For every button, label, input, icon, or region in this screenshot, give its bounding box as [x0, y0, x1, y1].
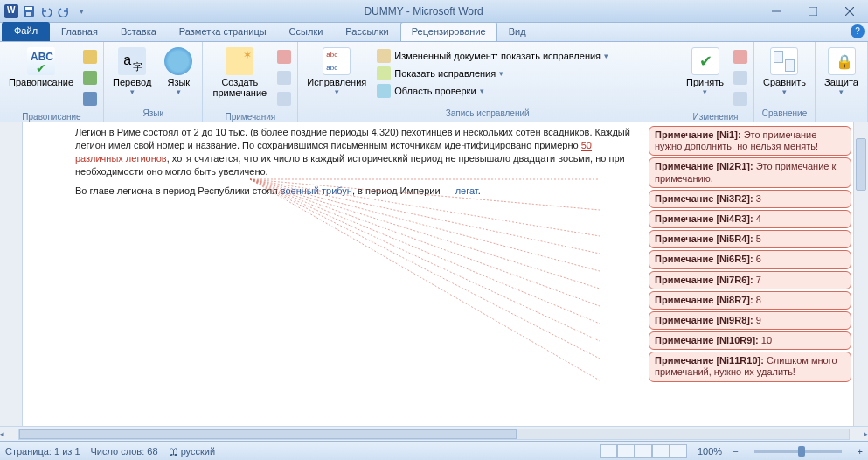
- comment-balloon[interactable]: Примечание [Ni8R7]: 8: [649, 291, 851, 310]
- redo-icon[interactable]: [56, 3, 72, 19]
- vertical-ruler: [0, 122, 23, 426]
- comment-balloon[interactable]: Примечание [Ni10R9]: 10: [649, 331, 851, 350]
- next-comment-icon[interactable]: [274, 89, 294, 108]
- comment-label: Примечание [Ni10R9]:: [655, 335, 761, 345]
- zoom-slider[interactable]: [754, 450, 842, 453]
- scrollbar-thumb[interactable]: [856, 138, 866, 191]
- tab-home[interactable]: Главная: [50, 22, 109, 41]
- document-body[interactable]: Легион в Риме состоял от 2 до 10 тыс. (в…: [23, 122, 647, 426]
- tab-references[interactable]: Ссылки: [278, 22, 335, 41]
- display-for-review[interactable]: Измененный документ: показать исправлени…: [373, 47, 612, 65]
- prev-change-icon[interactable]: [731, 68, 750, 87]
- next-change-icon[interactable]: [731, 89, 750, 108]
- scroll-right-icon[interactable]: ▸: [864, 429, 868, 438]
- comment-label: Примечание [Ni3R2]:: [655, 193, 756, 204]
- view-full-screen[interactable]: [617, 444, 635, 458]
- prev-comment-icon[interactable]: [274, 68, 294, 87]
- status-bar: Страница: 1 из 1 Число слов: 68 🕮 русски…: [0, 441, 868, 460]
- tab-view[interactable]: Вид: [497, 22, 538, 41]
- accept-label: Принять: [686, 77, 724, 87]
- view-print-layout[interactable]: [600, 444, 617, 458]
- tab-review[interactable]: Рецензирование: [400, 22, 497, 41]
- group-changes: ✔ Принять▾ Изменения: [677, 42, 754, 122]
- protect-button[interactable]: 🔒 Защита▾: [819, 45, 864, 98]
- compare-button[interactable]: Сравнить▾: [758, 45, 811, 98]
- help-icon[interactable]: ?: [851, 24, 865, 38]
- reject-icon[interactable]: [731, 47, 750, 66]
- track-changes-button[interactable]: abcabc Исправления▾: [302, 45, 372, 98]
- delete-comment-icon[interactable]: [274, 47, 294, 66]
- group-protect-label: [817, 107, 865, 120]
- new-comment-button[interactable]: ✶ Создать примечание: [206, 45, 273, 100]
- svg-line-17: [250, 179, 600, 380]
- maximize-button[interactable]: [795, 0, 831, 23]
- status-page[interactable]: Страница: 1 из 1: [5, 446, 80, 457]
- tab-layout[interactable]: Разметка страницы: [168, 22, 278, 41]
- view-outline[interactable]: [652, 444, 670, 458]
- zoom-out-icon[interactable]: −: [733, 446, 738, 457]
- thesaurus-icon[interactable]: [80, 68, 100, 87]
- zoom-level[interactable]: 100%: [698, 446, 722, 457]
- tab-file[interactable]: Файл: [2, 22, 50, 41]
- show-markup[interactable]: Показать исправления▾: [373, 65, 612, 82]
- hyperlink[interactable]: военный трибун: [281, 185, 352, 196]
- wordcount-icon[interactable]: [80, 89, 100, 108]
- comment-balloon[interactable]: Примечание [Ni2R1]: Это примечание к при…: [649, 157, 851, 187]
- text-run: .: [478, 185, 481, 196]
- comment-text: 7: [756, 275, 761, 285]
- group-language-label: Язык: [106, 107, 200, 120]
- comment-balloon[interactable]: Примечание [Ni7R6]: 7: [649, 271, 851, 289]
- window-title: DUMMY - Microsoft Word: [89, 5, 758, 17]
- language-button[interactable]: Язык▾: [158, 45, 198, 98]
- ribbon-tabs: Файл Главная Вставка Разметка страницы С…: [0, 23, 868, 42]
- zoom-in-icon[interactable]: +: [858, 446, 863, 457]
- hyperlink[interactable]: легат: [455, 185, 478, 196]
- tab-mailings[interactable]: Рассылки: [334, 22, 399, 41]
- minimize-button[interactable]: [758, 0, 795, 23]
- accept-button[interactable]: ✔ Принять▾: [681, 45, 729, 98]
- reviewing-pane[interactable]: Область проверки▾: [373, 82, 612, 100]
- status-language[interactable]: 🕮 русский: [169, 446, 216, 457]
- group-proofing-label: Правописание: [2, 110, 101, 123]
- app-icon[interactable]: [3, 3, 19, 19]
- translate-label: Перевод: [113, 77, 151, 87]
- new-comment-label: Создать примечание: [212, 77, 267, 98]
- comment-balloon[interactable]: Примечание [Ni11R10]: Слишком много прим…: [649, 352, 851, 381]
- group-compare-label: Сравнение: [756, 107, 813, 120]
- ribbon: ABC✔ Правописание Правописание a字 Перево…: [0, 42, 868, 122]
- undo-icon[interactable]: [38, 3, 54, 19]
- language-label: Язык: [167, 77, 190, 87]
- comment-text: 9: [756, 315, 761, 325]
- comment-text: 6: [756, 254, 761, 264]
- horizontal-scrollbar[interactable]: ◂ ▸: [0, 426, 868, 441]
- hscroll-thumb[interactable]: [19, 429, 517, 439]
- qat-dropdown-icon[interactable]: ▾: [73, 3, 89, 19]
- comment-balloon[interactable]: Примечание [Ni3R2]: 3: [649, 190, 851, 208]
- comment-text: 8: [756, 295, 761, 305]
- save-icon[interactable]: [21, 3, 37, 19]
- comments-pane: Примечание [Ni1]: Это примечание нужно д…: [647, 122, 853, 426]
- comment-balloon[interactable]: Примечание [Ni5R4]: 5: [649, 230, 851, 248]
- spelling-button[interactable]: ABC✔ Правописание: [3, 45, 79, 89]
- comment-balloon[interactable]: Примечание [Ni4R3]: 4: [649, 210, 851, 228]
- paragraph-1[interactable]: Легион в Риме состоял от 2 до 10 тыс. (в…: [75, 126, 638, 178]
- translate-button[interactable]: a字 Перевод▾: [108, 45, 156, 98]
- hscroll-track[interactable]: [18, 429, 850, 440]
- view-draft[interactable]: [670, 444, 687, 458]
- vertical-scrollbar[interactable]: [853, 122, 868, 426]
- group-protect: 🔒 Защита▾: [816, 42, 868, 122]
- research-icon[interactable]: [80, 47, 100, 66]
- paragraph-2[interactable]: Во главе легиона в период Республики сто…: [75, 185, 638, 198]
- comment-balloon[interactable]: Примечание [Ni1]: Это примечание нужно д…: [649, 126, 851, 156]
- comment-balloon[interactable]: Примечание [Ni6R5]: 6: [649, 250, 851, 268]
- comment-label: Примечание [Ni7R6]:: [655, 275, 756, 285]
- track-changes-label: Исправления: [307, 77, 366, 87]
- group-proofing: ABC✔ Правописание Правописание: [0, 42, 104, 122]
- status-wordcount[interactable]: Число слов: 68: [91, 446, 158, 457]
- view-web-layout[interactable]: [635, 444, 652, 458]
- spelling-label: Правописание: [9, 77, 73, 87]
- tab-insert[interactable]: Вставка: [109, 22, 168, 41]
- comment-balloon[interactable]: Примечание [Ni9R8]: 9: [649, 311, 851, 330]
- scroll-left-icon[interactable]: ◂: [0, 429, 4, 438]
- close-button[interactable]: [831, 0, 868, 23]
